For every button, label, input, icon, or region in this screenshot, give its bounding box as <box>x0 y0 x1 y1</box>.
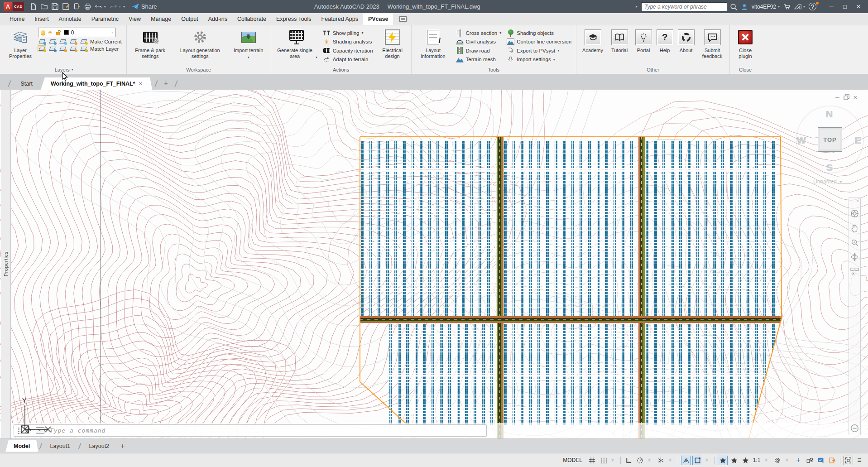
viewcube[interactable]: N W E S TOP Unnamed <box>792 103 867 194</box>
clean-screen-icon[interactable] <box>827 456 837 465</box>
layer-properties-button[interactable]: Layer Properties <box>6 28 34 59</box>
viewcube-top-face[interactable]: TOP <box>818 127 842 152</box>
road-vertical[interactable] <box>638 137 645 438</box>
new-file-button[interactable] <box>30 3 37 10</box>
import-terrain-dropdown-icon[interactable]: ▾ <box>248 55 249 59</box>
shading-analysis-button[interactable]: ☀ Shading analysis <box>323 38 373 47</box>
new-tab-button[interactable]: + <box>164 79 168 88</box>
electrical-design-button[interactable]: Electrical design <box>379 28 407 59</box>
ribbon-tab-add-ins[interactable]: Add-ins <box>203 13 232 25</box>
layout-tab-layout1[interactable]: Layout1 <box>43 440 77 452</box>
match-layer-button[interactable]: Match Layer <box>90 46 119 52</box>
viewcube-east[interactable]: E <box>855 135 861 146</box>
portal-button[interactable]: Portal <box>634 28 652 53</box>
search-input[interactable]: Type a keyword or phrase <box>641 2 727 11</box>
user-avatar-icon[interactable] <box>741 3 748 10</box>
workspace-switching-icon[interactable] <box>772 456 782 465</box>
ortho-mode-icon[interactable] <box>623 456 633 465</box>
cross-section-button[interactable]: Cross section ▾ <box>456 29 502 38</box>
command-line[interactable]: >_ ▾ Type a command <box>14 424 487 437</box>
make-current-button[interactable]: Make Current <box>90 39 122 44</box>
annotation-visibility-icon[interactable] <box>718 456 728 465</box>
shading-objects-button[interactable]: Shading objects <box>507 29 571 38</box>
layer-lock-icon[interactable] <box>69 39 77 44</box>
navbar-customize-icon[interactable] <box>850 424 859 433</box>
pv-array-block[interactable] <box>504 140 638 317</box>
capacity-iteration-button[interactable]: Capacity iteration <box>323 46 373 55</box>
generate-area-dropdown-icon[interactable]: ▾ <box>316 55 317 59</box>
share-button[interactable]: Share <box>132 3 157 10</box>
properties-palette-tab[interactable]: Properties <box>1 90 11 438</box>
viewcube-north[interactable]: N <box>826 109 833 120</box>
navigation-bar[interactable]: × <box>849 197 861 435</box>
import-settings-button[interactable]: Import settings ▾ <box>507 55 571 64</box>
username[interactable]: vito4EF92 <box>752 4 776 10</box>
redo-button[interactable] <box>110 3 117 10</box>
save-button[interactable] <box>52 3 58 10</box>
pv-array-block[interactable] <box>361 140 497 317</box>
navbar-close-icon[interactable]: × <box>856 199 859 203</box>
help-button[interactable]: ? Help <box>657 28 672 53</box>
search-expand-icon[interactable]: ▸ <box>636 5 638 9</box>
undo-button[interactable] <box>95 3 102 10</box>
annotation-autoscale-icon[interactable] <box>729 456 739 465</box>
show-piling-button[interactable]: Show piling ▾ <box>323 29 373 38</box>
generate-single-area-button[interactable]: Generate single area ▾ <box>276 28 317 59</box>
terrain-mesh-button[interactable]: Terrain mesh <box>456 55 502 64</box>
user-dropdown-icon[interactable]: ▾ <box>778 5 780 9</box>
frame-park-settings-button[interactable]: Frame & park settings <box>131 28 169 59</box>
import-terrain-button[interactable]: Import terrain ▾ <box>231 28 266 59</box>
help-menu-icon[interactable]: ? <box>809 3 816 10</box>
fullscreen-icon[interactable] <box>843 456 853 465</box>
viewport-restore-icon[interactable] <box>844 94 849 100</box>
show-piling-dropdown-icon[interactable]: ▾ <box>362 31 364 35</box>
app-store-icon[interactable] <box>783 3 791 10</box>
panel-label-layers[interactable]: Layers ▾ <box>3 65 125 74</box>
import-settings-dropdown-icon[interactable]: ▾ <box>553 58 555 62</box>
layer-isolate-icon[interactable] <box>38 39 46 44</box>
export-dropdown-icon[interactable]: ▾ <box>557 48 559 53</box>
zoom-icon[interactable] <box>850 238 859 247</box>
viewport-minimize-icon[interactable]: ─ <box>835 94 839 101</box>
layer-plot-icon[interactable] <box>48 46 56 52</box>
draw-road-button[interactable]: Draw road <box>456 46 502 55</box>
road-vertical[interactable] <box>497 137 504 438</box>
adapt-to-terrain-button[interactable]: Adapt to terrain <box>323 55 373 64</box>
save-as-button[interactable] <box>62 3 69 10</box>
layer-freeze-icon[interactable] <box>59 39 67 44</box>
undo-dropdown-icon[interactable]: ▾ <box>104 5 106 9</box>
ribbon-display-toggle[interactable]: ▾ <box>399 13 408 25</box>
layer-thaw-all-icon[interactable] <box>59 46 67 52</box>
autocad-logo-icon[interactable]: A CAD <box>4 2 24 11</box>
showmotion-icon[interactable] <box>850 267 859 276</box>
ribbon-tab-insert[interactable]: Insert <box>29 13 53 25</box>
layer-select[interactable]: ☀ 0 ▾ <box>38 28 116 37</box>
export-to-pvsyst-button[interactable]: Export to PVsyst ▾ <box>507 46 571 55</box>
annotation-scale-value[interactable]: 1:1 <box>752 456 762 465</box>
customization-menu-icon[interactable]: ≡ <box>854 456 864 465</box>
polar-dropdown-icon[interactable]: ▾ <box>644 456 654 465</box>
civil-analysis-button[interactable]: Civil analysis <box>456 38 502 47</box>
object-snap-icon[interactable] <box>692 456 702 465</box>
tab-active-document[interactable]: Working_with_topo_FT_FINAL* × <box>41 77 152 90</box>
open-file-button[interactable] <box>41 3 48 10</box>
grid-display-icon[interactable] <box>587 456 597 465</box>
pv-array-block[interactable] <box>646 140 780 317</box>
close-plugin-button[interactable]: Close plugin <box>734 28 756 59</box>
ribbon-tab-annotate[interactable]: Annotate <box>54 13 86 25</box>
new-layout-button[interactable]: + <box>120 442 125 451</box>
contour-line-conversion-button[interactable]: Contour line conversion <box>507 38 571 47</box>
about-button[interactable]: About <box>677 28 695 53</box>
minimize-button[interactable]: ─ <box>825 1 838 13</box>
polar-tracking-icon[interactable] <box>635 456 645 465</box>
transfer-button[interactable] <box>73 3 80 10</box>
steering-wheel-icon[interactable] <box>850 209 859 218</box>
layer-unisolate-icon[interactable] <box>48 39 56 44</box>
road-horizontal[interactable] <box>360 316 781 323</box>
snap-dropdown-icon[interactable]: ▾ <box>608 456 618 465</box>
ribbon-tab-collaborate[interactable]: Collaborate <box>232 13 271 25</box>
viewcube-west[interactable]: W <box>797 135 806 146</box>
pan-hand-icon[interactable] <box>850 224 859 232</box>
ribbon-tab-home[interactable]: Home <box>5 13 29 25</box>
orbit-icon[interactable] <box>850 253 859 261</box>
